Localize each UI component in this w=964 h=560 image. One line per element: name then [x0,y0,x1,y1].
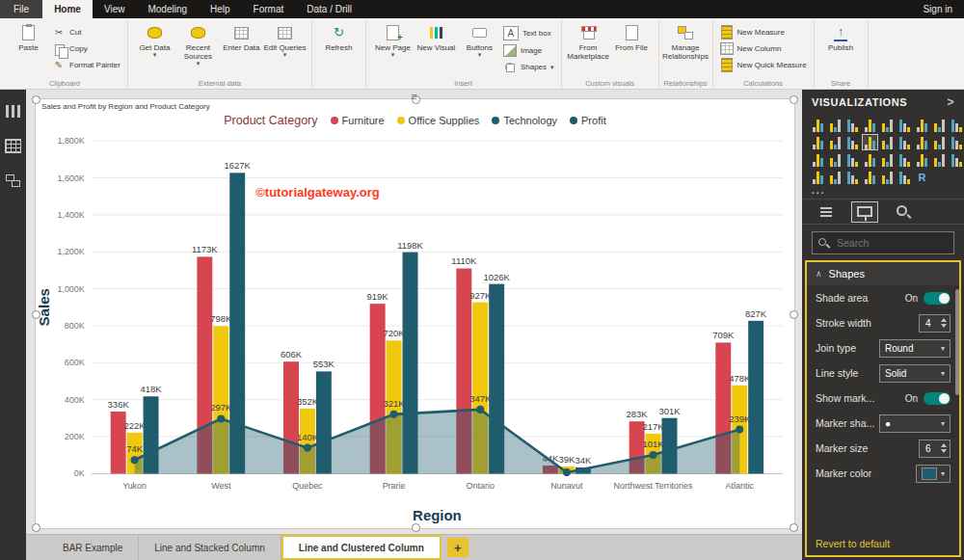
file-menu-tab[interactable]: File [0,0,42,18]
stepper-marker-size[interactable]: 6 [919,440,951,458]
stacked-bar-chart-icon[interactable] [811,118,825,132]
get-data-button[interactable]: Get Data▾ [133,21,176,61]
new-page-button[interactable]: New Page▾ [371,21,415,61]
svg-text:720K: 720K [384,328,406,338]
search-input[interactable] [835,236,948,250]
slicer-icon[interactable] [950,152,964,167]
manage-relationships-button[interactable]: Manage Relationships [664,21,708,64]
format-painter-button[interactable]: ✎Format Painter [52,59,120,71]
recent-sources-button[interactable]: Recent Sources▾ [176,21,220,69]
toggle-shade-area[interactable] [924,292,951,305]
100-stacked-column-chart-icon[interactable] [897,118,912,132]
more-visuals-button[interactable]: ... [802,185,964,199]
buttons-button[interactable]: Buttons▾ [458,21,501,61]
pie-chart-icon[interactable] [915,135,929,149]
new-measure-button[interactable]: New Measure [720,26,807,39]
pane-tab-analytics[interactable] [891,202,916,222]
selection-handle[interactable] [790,310,798,319]
treemap-icon[interactable] [950,135,964,149]
new-visual-button[interactable]: New Visual [415,21,458,55]
visual-options-icon[interactable]: ≡ [411,91,416,102]
stacked-column-chart-icon[interactable] [828,118,843,132]
menu-tab-view[interactable]: View [93,0,137,18]
refresh-button[interactable]: ↻Refresh [317,21,361,55]
kpi-icon[interactable] [932,152,947,167]
copy-button[interactable]: Copy [52,42,120,55]
selection-handle[interactable] [32,95,40,104]
rail-item-report-view[interactable] [0,101,26,120]
toggle-show-mark[interactable] [924,392,951,405]
r-script-visual-icon[interactable]: R [915,170,929,184]
format-search[interactable] [812,231,954,254]
collapse-panel-icon[interactable]: > [947,95,954,109]
shape-map-icon[interactable] [845,152,860,167]
ribbon-chart-icon[interactable] [845,135,860,149]
panel-scrollbar[interactable] [955,289,959,395]
new-column-button[interactable]: New Column [720,42,807,55]
clustered-column-chart-icon[interactable] [863,118,877,132]
page-tab-line-and-stacked-column[interactable]: Line and Stacked Column [139,535,281,560]
report-canvas[interactable]: ≡ Sales and Profit by Region and Product… [26,90,802,534]
sign-in-button[interactable]: Sign in [911,0,964,18]
filled-map-icon[interactable] [828,152,843,167]
arcgis-map-icon[interactable] [880,170,895,184]
line-and-clustered-column-chart-icon[interactable] [863,135,877,149]
area-chart-icon[interactable] [932,118,947,132]
menu-tab-format[interactable]: Format [242,0,296,18]
from-file-button[interactable]: From File [610,21,654,55]
line-chart-icon[interactable] [915,118,929,132]
menu-tab-help[interactable]: Help [199,0,242,18]
line-and-clustered-column-visual[interactable]: Sales and Profit by Region and Product C… [35,98,795,529]
table-icon[interactable] [811,170,825,184]
dropdown-marker-sha[interactable]: ●▾ [879,414,951,433]
waterfall-chart-icon[interactable] [880,135,895,149]
menu-tab-data-drill[interactable]: Data / Drill [295,0,363,18]
line-and-stacked-column-chart-icon[interactable] [828,135,843,149]
edit-queries-button[interactable]: Edit Queries▾ [263,21,307,61]
100-stacked-bar-chart-icon[interactable] [880,118,895,132]
stacked-area-chart-icon[interactable] [950,118,964,132]
map-icon[interactable] [811,152,825,167]
qa-visual-icon[interactable] [863,170,877,184]
clustered-bar-chart-icon[interactable] [845,118,860,132]
page-tab-line-and-clustered-column[interactable]: Line and Clustered Column [281,535,442,560]
donut-chart-icon[interactable] [932,135,947,149]
dropdown-join-type[interactable]: Round▾ [879,339,951,358]
shapes-button[interactable]: Shapes▾ [503,61,554,73]
funnel-icon[interactable] [863,152,877,167]
new-quick-measure-button[interactable]: New Quick Measure [720,59,807,71]
scatter-chart-icon[interactable] [897,135,912,149]
shapes-section-header[interactable]: ∧ Shapes [807,262,959,285]
page-tab-bar-example[interactable]: BAR Example [47,535,139,560]
key-influencers-icon[interactable] [845,170,860,184]
from-marketplace-button[interactable]: From Marketplace [567,21,610,64]
menu-tab-home[interactable]: Home [42,0,93,18]
dropdown-line-style[interactable]: Solid▾ [879,364,951,383]
image-button[interactable]: Image [503,44,554,57]
selection-handle[interactable] [412,523,420,532]
selection-handle[interactable] [32,523,40,532]
rail-item-model-view[interactable] [0,171,26,190]
selection-handle[interactable] [790,523,798,532]
menu-tab-modeling[interactable]: Modeling [136,0,199,18]
revert-to-default-link[interactable]: Revert to default [807,533,959,555]
pane-tab-format[interactable] [852,202,877,222]
gauge-icon[interactable] [880,152,895,167]
publish-button[interactable]: Publish [819,21,863,55]
add-page-button[interactable]: + [447,538,469,557]
combo-chart-icon[interactable] [811,135,825,149]
rail-item-data-view[interactable] [0,136,26,155]
text-box-button[interactable]: AText box [503,26,554,40]
paste-button[interactable]: Paste [7,21,50,55]
stepper-stroke-width[interactable]: 4 [919,314,951,333]
pane-tab-fields[interactable] [814,202,839,222]
cut-button[interactable]: ✂Cut [52,26,120,39]
enter-data-button[interactable]: Enter Data [220,21,263,55]
multi-row-card-icon[interactable] [915,152,929,167]
matrix-icon[interactable] [828,170,843,184]
selection-handle[interactable] [790,95,798,104]
color-picker-marker-color[interactable]: ▾ [916,465,951,483]
power-apps-icon[interactable] [897,170,912,184]
selection-handle[interactable] [32,310,40,319]
card-icon[interactable] [897,152,912,167]
